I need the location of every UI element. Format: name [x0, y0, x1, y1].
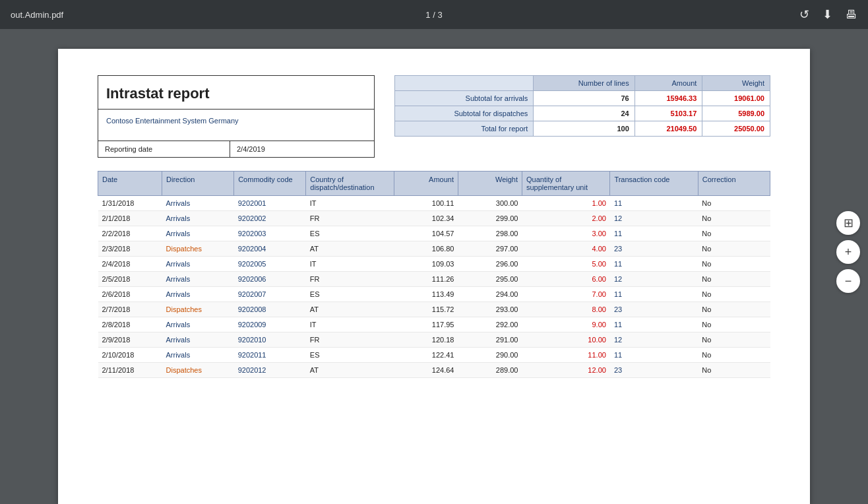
cell-commodity: 9202001	[234, 196, 306, 211]
table-row: 2/3/2018Dispatches9202004AT106.80297.004…	[98, 241, 770, 257]
cell-date: 2/6/2018	[98, 287, 162, 302]
cell-date: 2/10/2018	[98, 348, 162, 363]
col-header-transaction: Transaction code	[610, 172, 698, 196]
cell-correction: No	[698, 302, 770, 317]
cell-correction: No	[698, 226, 770, 241]
pdf-page: Intrastat report Contoso Entertainment S…	[58, 49, 810, 504]
cell-weight: 290.00	[458, 348, 522, 363]
summary-table: Number of lines Amount Weight Subtotal f…	[394, 75, 770, 137]
cell-date: 2/7/2018	[98, 302, 162, 317]
toolbar-page-info: 1 / 3	[425, 10, 442, 20]
summary-tbody: Subtotal for arrivals7615946.3319061.00S…	[395, 91, 770, 137]
toolbar-actions: ↺ ⬇ 🖶	[799, 7, 857, 22]
cell-direction: Arrivals	[162, 348, 234, 363]
cell-correction: No	[698, 332, 770, 348]
cell-direction: Dispatches	[162, 363, 234, 378]
cell-commodity: 9202008	[234, 302, 306, 317]
cell-country: FR	[306, 211, 394, 226]
cell-date: 2/1/2018	[98, 211, 162, 226]
cell-direction: Arrivals	[162, 287, 234, 302]
summary-row-weight: 19061.00	[702, 91, 770, 106]
cell-amount: 120.18	[394, 332, 458, 348]
cell-country: ES	[306, 287, 394, 302]
refresh-icon[interactable]: ↺	[799, 7, 809, 22]
summary-row: Subtotal for arrivals7615946.3319061.00	[395, 91, 770, 106]
cell-date: 2/11/2018	[98, 363, 162, 378]
cell-qty: 3.00	[522, 226, 610, 241]
cell-correction: No	[698, 257, 770, 272]
summary-row: Subtotal for dispatches245103.175989.00	[395, 106, 770, 121]
cell-qty: 6.00	[522, 272, 610, 287]
report-title: Intrastat report	[106, 85, 209, 102]
cell-date: 2/5/2018	[98, 272, 162, 287]
report-date-label: Reporting date	[98, 141, 230, 157]
cell-amount: 113.49	[394, 287, 458, 302]
col-header-correction: Correction	[698, 172, 770, 196]
cell-commodity: 9202010	[234, 332, 306, 348]
table-row: 2/11/2018Dispatches9202012AT124.64289.00…	[98, 363, 770, 378]
summary-col-weight: Weight	[702, 76, 770, 91]
summary-row-lines: 76	[534, 91, 635, 106]
cell-date: 2/9/2018	[98, 332, 162, 348]
cell-country: ES	[306, 348, 394, 363]
cell-direction: Arrivals	[162, 211, 234, 226]
report-title-inner: Intrastat report	[98, 76, 374, 110]
cell-transaction: 11	[610, 196, 698, 211]
col-header-weight: Weight	[458, 172, 522, 196]
cell-weight: 293.00	[458, 302, 522, 317]
cell-qty: 10.00	[522, 332, 610, 348]
col-header-country: Country of dispatch/destination	[306, 172, 394, 196]
summary-row-amount: 21049.50	[635, 121, 702, 137]
cell-weight: 300.00	[458, 196, 522, 211]
cell-commodity: 9202003	[234, 226, 306, 241]
report-date-block: Reporting date 2/4/2019	[98, 141, 374, 157]
print-icon[interactable]: 🖶	[846, 8, 857, 22]
zoom-in-button[interactable]: +	[836, 240, 860, 264]
report-header: Intrastat report Contoso Entertainment S…	[98, 75, 770, 158]
summary-row: Total for report10021049.5025050.00	[395, 121, 770, 137]
download-icon[interactable]: ⬇	[822, 7, 832, 22]
cell-qty: 1.00	[522, 196, 610, 211]
summary-row-weight: 5989.00	[702, 106, 770, 121]
report-title-block: Intrastat report Contoso Entertainment S…	[98, 75, 375, 158]
summary-block: Number of lines Amount Weight Subtotal f…	[394, 75, 770, 158]
cell-date: 2/3/2018	[98, 241, 162, 257]
cell-correction: No	[698, 272, 770, 287]
cell-amount: 115.72	[394, 302, 458, 317]
cell-weight: 298.00	[458, 226, 522, 241]
toolbar: out.Admin.pdf 1 / 3 ↺ ⬇ 🖶	[0, 0, 868, 29]
cell-transaction: 11	[610, 257, 698, 272]
summary-col-lines: Number of lines	[534, 76, 635, 91]
cell-weight: 291.00	[458, 332, 522, 348]
cell-amount: 124.64	[394, 363, 458, 378]
cell-amount: 104.57	[394, 226, 458, 241]
cell-transaction: 11	[610, 287, 698, 302]
zoom-fit-button[interactable]: ⊞	[836, 211, 860, 235]
cell-commodity: 9202012	[234, 363, 306, 378]
zoom-controls: ⊞ + −	[836, 211, 860, 293]
data-table: Date Direction Commodity code Country of…	[98, 171, 770, 378]
cell-weight: 292.00	[458, 317, 522, 332]
cell-direction: Arrivals	[162, 317, 234, 332]
cell-correction: No	[698, 363, 770, 378]
report-company: Contoso Entertainment System Germany	[106, 117, 239, 125]
cell-country: IT	[306, 196, 394, 211]
summary-row-label: Total for report	[395, 121, 534, 137]
cell-amount: 117.95	[394, 317, 458, 332]
cell-date: 2/4/2018	[98, 257, 162, 272]
cell-transaction: 11	[610, 226, 698, 241]
cell-commodity: 9202004	[234, 241, 306, 257]
summary-col-amount: Amount	[635, 76, 702, 91]
cell-weight: 289.00	[458, 363, 522, 378]
cell-transaction: 11	[610, 348, 698, 363]
zoom-out-button[interactable]: −	[836, 269, 860, 293]
data-table-wrapper: Date Direction Commodity code Country of…	[98, 171, 770, 378]
table-row: 2/5/2018Arrivals9202006FR111.26295.006.0…	[98, 272, 770, 287]
cell-transaction: 12	[610, 332, 698, 348]
summary-row-label: Subtotal for dispatches	[395, 106, 534, 121]
summary-row-lines: 100	[534, 121, 635, 137]
table-row: 2/9/2018Arrivals9202010FR120.18291.0010.…	[98, 332, 770, 348]
cell-country: AT	[306, 363, 394, 378]
cell-qty: 12.00	[522, 363, 610, 378]
cell-commodity: 9202009	[234, 317, 306, 332]
